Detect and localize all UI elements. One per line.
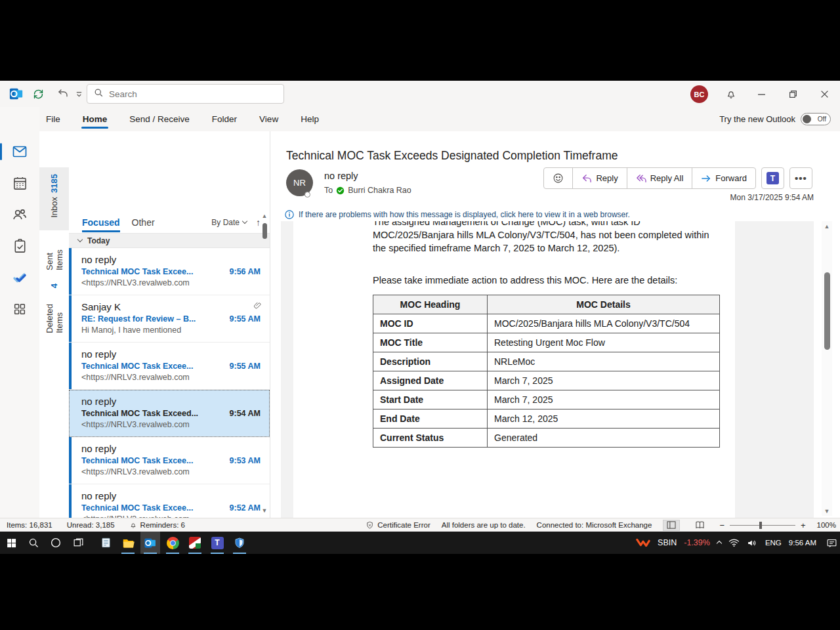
unread-indicator: [69, 248, 72, 295]
folder-deleted-items[interactable]: 4 Deleted Items: [39, 277, 69, 340]
list-scrollbar-thumb[interactable]: [262, 223, 267, 239]
search-bar[interactable]: [87, 84, 284, 104]
folder-inbox[interactable]: 3185 Inbox: [39, 167, 69, 230]
info-icon: [285, 210, 294, 219]
people-nav-icon[interactable]: [12, 207, 28, 222]
share-to-teams-header-button[interactable]: T: [761, 167, 784, 189]
list-item[interactable]: no reply Technical MOC Task Excee...9:55…: [69, 343, 270, 390]
table-header-heading: MOC Heading: [373, 295, 488, 314]
forward-button-header[interactable]: Forward: [692, 168, 755, 188]
zoom-level[interactable]: 100%: [817, 521, 836, 529]
reply-all-button-header[interactable]: Reply All: [627, 168, 693, 188]
list-item[interactable]: Sanjay K RE: Request for Review – B...9:…: [69, 295, 270, 343]
new-outlook-toggle[interactable]: Off: [801, 113, 831, 125]
title-bar: BC: [0, 81, 840, 107]
account-avatar[interactable]: BC: [690, 85, 708, 103]
folder-strip: 3185 Inbox Sent Items 4 Deleted Items: [39, 131, 69, 518]
taskbar-search-button[interactable]: [24, 532, 43, 554]
window-close-button[interactable]: [816, 86, 832, 102]
smiley-icon: [553, 173, 564, 184]
unread-indicator: [69, 295, 72, 342]
menu-bar: File Home Send / Receive Folder View Hel…: [0, 107, 840, 131]
zoom-control: − +: [719, 520, 805, 530]
red-green-app-icon[interactable]: [185, 532, 205, 554]
send-receive-sync-icon[interactable]: [30, 86, 46, 102]
reading-scrollbar[interactable]: ▲ ▼: [822, 221, 832, 516]
menu-file[interactable]: File: [45, 108, 62, 130]
list-item[interactable]: no reply Technical MOC Task Excee...9:56…: [69, 248, 270, 295]
reply-icon: [581, 174, 592, 183]
reading-view-button[interactable]: [663, 520, 680, 531]
customize-toolbar-chevron-icon[interactable]: [71, 86, 87, 102]
wifi-icon[interactable]: [728, 538, 740, 547]
more-apps-nav-icon[interactable]: [12, 301, 28, 317]
undo-icon[interactable]: [55, 86, 71, 102]
zoom-slider-thumb[interactable]: [759, 522, 762, 529]
list-item-selected[interactable]: no reply Technical MOC Task Exceed...9:5…: [69, 390, 270, 437]
sort-by-date[interactable]: By Date: [211, 218, 247, 227]
sender-name[interactable]: no reply: [324, 171, 358, 181]
security-shield-app-icon[interactable]: [230, 532, 249, 554]
recipient-name[interactable]: Burri Chakra Rao: [348, 186, 411, 195]
todo-nav-icon[interactable]: [12, 270, 28, 285]
list-scrollbar[interactable]: ▲ ▼: [260, 213, 269, 514]
unread-indicator: [69, 484, 72, 518]
task-view-button[interactable]: [68, 532, 88, 554]
volume-icon[interactable]: [747, 538, 758, 548]
message-actions: Reply Reply All Forward T •••: [543, 167, 812, 189]
file-explorer-app-icon[interactable]: [118, 532, 138, 554]
cortana-button[interactable]: [46, 532, 66, 554]
tab-other[interactable]: Other: [132, 217, 155, 228]
stock-ticker-icon: [636, 537, 650, 548]
window-restore-button[interactable]: [785, 86, 801, 102]
reading-scrollbar-thumb[interactable]: [824, 272, 830, 350]
tasks-nav-icon[interactable]: [12, 238, 28, 254]
reply-all-icon: [636, 174, 646, 183]
zoom-slider[interactable]: [730, 525, 795, 526]
reading-mode-button[interactable]: [691, 520, 708, 531]
tab-focused[interactable]: Focused: [82, 217, 120, 228]
mail-nav-icon[interactable]: [12, 144, 28, 159]
message-info-bar[interactable]: If there are problems with how this mess…: [285, 208, 801, 221]
zoom-out-button[interactable]: −: [719, 520, 724, 530]
menu-help[interactable]: Help: [299, 108, 320, 130]
list-item[interactable]: no reply Technical MOC Task Excee...9:53…: [69, 437, 270, 484]
message-list: Focused Other By Date ↑ Today no reply T…: [69, 131, 270, 518]
language-indicator[interactable]: ENG: [765, 539, 782, 547]
teams-app-icon[interactable]: T: [207, 532, 227, 554]
table-header-details: MOC Details: [488, 295, 720, 314]
menu-folder[interactable]: Folder: [211, 108, 238, 130]
certificate-error-status[interactable]: Certificate Error: [366, 521, 430, 530]
start-button[interactable]: [1, 532, 21, 554]
more-actions-button[interactable]: •••: [789, 167, 812, 189]
outlook-window: BC File Home Send / Receive Folder View …: [0, 81, 840, 532]
window-minimize-button[interactable]: [753, 86, 769, 102]
verified-check-icon: [336, 186, 345, 195]
certificate-error-shield-icon: [366, 521, 374, 530]
list-item[interactable]: no reply Technical MOC Task Excee...9:52…: [69, 484, 270, 518]
stock-change[interactable]: -1.39%: [684, 538, 710, 547]
outlook-taskbar-icon[interactable]: [140, 532, 160, 554]
search-input[interactable]: [109, 89, 260, 99]
chrome-app-icon[interactable]: [163, 532, 182, 554]
menu-home[interactable]: Home: [81, 108, 109, 130]
emoji-reaction-button[interactable]: [544, 168, 573, 188]
reply-button-header[interactable]: Reply: [573, 168, 627, 188]
forward-icon: [701, 174, 711, 183]
zoom-in-button[interactable]: +: [801, 520, 806, 530]
body-paragraph: The assigned Management of Change (MOC) …: [373, 221, 721, 255]
clock[interactable]: 9:56 AM: [789, 539, 816, 547]
folder-sent-items[interactable]: Sent Items: [39, 230, 69, 277]
group-header-today[interactable]: Today: [69, 233, 270, 248]
stock-symbol[interactable]: SBIN: [658, 538, 677, 547]
notepad-app-icon[interactable]: [96, 532, 116, 554]
action-center-icon[interactable]: [826, 538, 837, 548]
calendar-nav-icon[interactable]: [12, 175, 28, 191]
table-row: End DateMarch 12, 2025: [373, 410, 720, 429]
menu-view[interactable]: View: [258, 108, 280, 130]
menu-send-receive[interactable]: Send / Receive: [128, 108, 191, 130]
status-reminders[interactable]: Reminders: 6: [129, 521, 185, 529]
notifications-bell-icon[interactable]: [723, 86, 739, 102]
status-unread-count: Unread: 3,185: [67, 521, 115, 529]
tray-expand-chevron-icon[interactable]: [717, 539, 721, 547]
